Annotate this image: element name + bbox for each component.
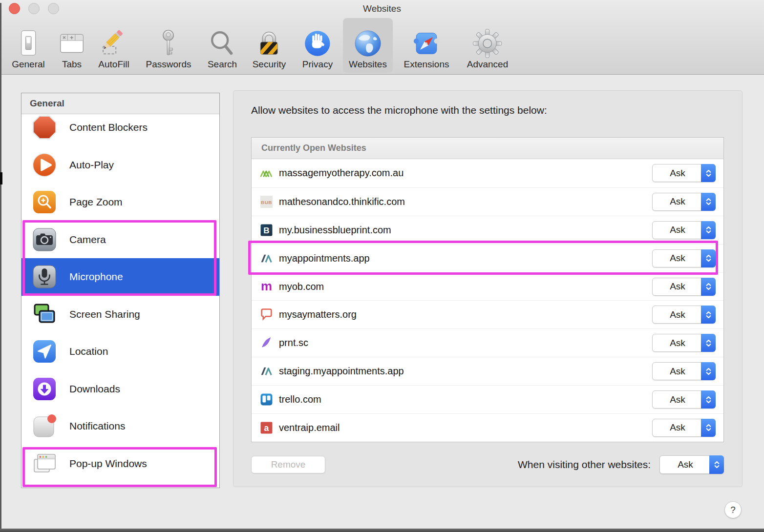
tabs-window-icon bbox=[57, 20, 87, 59]
window-bottom-edge bbox=[0, 529, 764, 532]
when-visiting-select[interactable]: Ask bbox=[659, 455, 724, 474]
toolbar-item-label: Tabs bbox=[62, 59, 82, 70]
notifications-icon bbox=[32, 413, 57, 439]
minimize-button[interactable] bbox=[28, 3, 40, 14]
site-label: ventraip.email bbox=[279, 422, 652, 433]
permission-select[interactable]: Ask bbox=[652, 221, 716, 239]
sidebar-item-auto-play[interactable]: Auto-Play bbox=[21, 146, 219, 184]
sidebar-item-label: Content Blockers bbox=[69, 122, 148, 133]
help-button[interactable]: ? bbox=[724, 501, 742, 518]
sidebar-item-notifications[interactable]: Notifications bbox=[21, 408, 219, 445]
list-header: Currently Open Websites bbox=[252, 138, 723, 159]
toolbar-item-privacy[interactable]: Privacy bbox=[297, 18, 339, 73]
site-label: prnt.sc bbox=[279, 337, 652, 348]
gear-icon bbox=[472, 20, 503, 59]
toolbar-item-extensions[interactable]: Extensions bbox=[398, 18, 455, 73]
toolbar-item-websites[interactable]: Websites bbox=[343, 18, 393, 73]
site-label: staging.myappointments.app bbox=[279, 366, 652, 377]
speech-bubble-favicon bbox=[260, 308, 273, 321]
sidebar-item-pop-up-windows[interactable]: Pop-up Windows bbox=[21, 445, 219, 483]
permission-select[interactable]: Ask bbox=[652, 419, 716, 437]
toolbar-item-label: Security bbox=[253, 59, 286, 70]
toolbar-item-general[interactable]: General bbox=[6, 18, 51, 73]
close-button[interactable] bbox=[9, 3, 20, 14]
site-row-staging-myappointments-app[interactable]: staging.myappointments.appAsk bbox=[252, 357, 723, 385]
permission-select[interactable]: Ask bbox=[652, 334, 716, 352]
toolbar-item-label: Websites bbox=[349, 59, 387, 70]
screen-edge bbox=[0, 3, 1, 529]
site-row-mathesonandco-thinkific-com[interactable]: mathesonandco.thinkific.comAsk bbox=[252, 187, 723, 216]
toolbar-item-label: Advanced bbox=[467, 59, 509, 70]
ventraip-favicon bbox=[260, 421, 273, 434]
toolbar-item-security[interactable]: Security bbox=[247, 18, 292, 73]
site-row-myob-com[interactable]: myob.comAsk bbox=[252, 272, 723, 301]
site-label: myappointments.app bbox=[279, 253, 652, 264]
sidebar-item-downloads[interactable]: Downloads bbox=[21, 370, 219, 408]
sidebar-item-label: Microphone bbox=[69, 271, 123, 283]
sidebar-item-camera[interactable]: Camera bbox=[21, 221, 219, 259]
sidebar-item-label: Page Zoom bbox=[69, 196, 123, 208]
toolbar-item-search[interactable]: Search bbox=[201, 18, 243, 73]
stepper-arrows-icon bbox=[701, 193, 716, 211]
sidebar-item-screen-sharing[interactable]: Screen Sharing bbox=[21, 296, 219, 333]
sidebar-item-label: Pop-up Windows bbox=[69, 458, 147, 470]
toolbar-item-tabs[interactable]: Tabs bbox=[51, 18, 93, 73]
padlock-icon bbox=[254, 20, 284, 59]
permission-select[interactable]: Ask bbox=[652, 164, 716, 182]
permission-select[interactable]: Ask bbox=[652, 362, 716, 380]
toolbar-item-passwords[interactable]: Passwords bbox=[140, 18, 197, 73]
trello-favicon bbox=[260, 393, 273, 406]
site-row-ventraip-email[interactable]: ventraip.emailAsk bbox=[252, 413, 723, 442]
stepper-arrows-icon bbox=[701, 334, 716, 352]
sidebar-item-content-blockers[interactable]: Content Blockers bbox=[21, 114, 219, 146]
zoom-button[interactable] bbox=[48, 3, 59, 14]
stepper-arrows-icon bbox=[701, 221, 716, 239]
site-row-myappointments-app[interactable]: myappointments.appAsk bbox=[252, 244, 723, 272]
site-row-mysaymatters-org[interactable]: mysaymatters.orgAsk bbox=[252, 300, 723, 328]
preferences-toolbar: Websites GeneralTabsAutoFillPasswordsSea… bbox=[0, 0, 764, 75]
magnifier-icon bbox=[207, 20, 237, 59]
business-blueprint-favicon bbox=[260, 224, 273, 237]
toolbar-item-advanced[interactable]: Advanced bbox=[461, 18, 514, 73]
main-panel: Allow websites to access the microphone … bbox=[233, 90, 743, 487]
website-list: massagemyotherapy.com.auAskmathesonandco… bbox=[252, 159, 723, 442]
site-label: mathesonandco.thinkific.com bbox=[279, 196, 652, 207]
sidebar-item-label: Camera bbox=[69, 234, 106, 246]
permission-select[interactable]: Ask bbox=[652, 278, 716, 296]
sidebar-list: Content BlockersAuto-PlayPage ZoomCamera… bbox=[21, 114, 219, 488]
site-label: mysaymatters.org bbox=[279, 309, 652, 320]
stepper-arrows-icon bbox=[701, 390, 716, 409]
websites-listbox: Currently Open Websites massagemyotherap… bbox=[251, 137, 724, 442]
stepper-arrows-icon bbox=[701, 419, 716, 437]
globe-icon bbox=[353, 20, 383, 59]
sidebar: General Content BlockersAuto-PlayPage Zo… bbox=[21, 93, 220, 488]
permission-select[interactable]: Ask bbox=[652, 306, 716, 324]
screen-edge-notch bbox=[0, 172, 2, 184]
toolbar-item-label: AutoFill bbox=[98, 59, 129, 70]
myob-favicon bbox=[260, 280, 273, 293]
popup-windows-icon bbox=[32, 451, 57, 476]
site-row-my-businessblueprint-com[interactable]: my.businessblueprint.comAsk bbox=[252, 216, 723, 244]
permission-select[interactable]: Ask bbox=[652, 193, 716, 211]
sidebar-item-microphone[interactable]: Microphone bbox=[21, 258, 219, 296]
site-label: trello.com bbox=[279, 394, 652, 405]
site-row-massagemyotherapy-com-au[interactable]: massagemyotherapy.com.auAsk bbox=[252, 159, 723, 187]
permission-select[interactable]: Ask bbox=[652, 390, 716, 409]
massage-mountains-icon bbox=[260, 166, 273, 180]
sidebar-item-label: Downloads bbox=[69, 383, 120, 395]
site-label: massagemyotherapy.com.au bbox=[279, 167, 652, 179]
sidebar-item-page-zoom[interactable]: Page Zoom bbox=[21, 184, 219, 221]
downloads-icon bbox=[32, 376, 57, 402]
site-row-prnt-sc[interactable]: prnt.scAsk bbox=[252, 328, 723, 357]
page-title: Allow websites to access the microphone … bbox=[251, 104, 547, 116]
toolbar-item-autofill[interactable]: AutoFill bbox=[92, 18, 135, 73]
sidebar-header: General bbox=[21, 93, 219, 114]
toolbar-item-label: Search bbox=[208, 59, 237, 70]
play-circle-icon bbox=[32, 152, 57, 178]
remove-button[interactable]: Remove bbox=[251, 456, 325, 473]
sidebar-item-location[interactable]: Location bbox=[21, 333, 219, 370]
site-label: myob.com bbox=[279, 281, 652, 292]
site-row-trello-com[interactable]: trello.comAsk bbox=[252, 385, 723, 413]
permission-select[interactable]: Ask bbox=[652, 249, 716, 267]
camera-icon bbox=[32, 227, 57, 252]
